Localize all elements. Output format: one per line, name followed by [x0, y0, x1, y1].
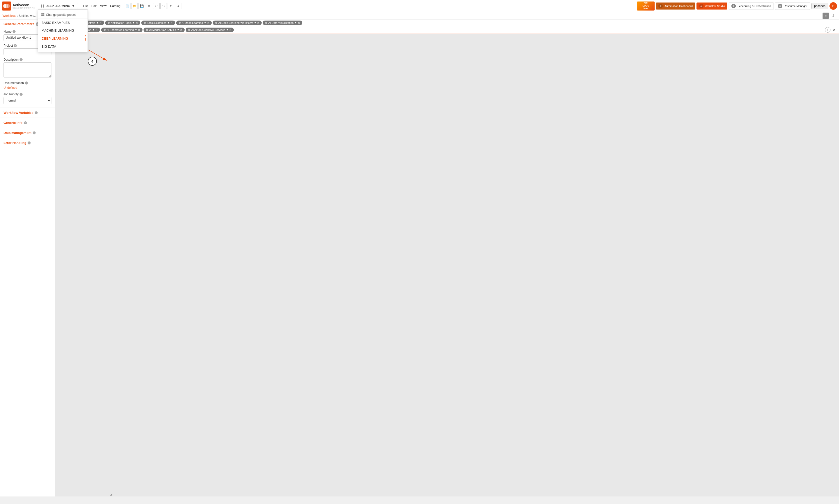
- ai-dl-wf-tab-dot: [215, 22, 217, 24]
- nav-automation-btn[interactable]: ⚙ Automation Dashboard: [656, 2, 695, 10]
- ai-model-label: Ai Model As A Service: [149, 28, 176, 31]
- tabs-add-btn[interactable]: +: [825, 27, 831, 33]
- undo-btn[interactable]: ↩: [153, 3, 160, 9]
- expand-btn[interactable]: ⇕: [830, 13, 837, 19]
- job-priority-info-icon: i: [20, 93, 22, 96]
- tab-basic-examples[interactable]: Basic Examples ▼ ✕: [141, 21, 175, 25]
- palette-item-bigdata[interactable]: BIG DATA: [38, 43, 88, 50]
- open-btn[interactable]: 📂: [131, 3, 138, 9]
- menu-edit[interactable]: Edit: [91, 4, 97, 8]
- nav-scheduling-btn[interactable]: ⊕ Scheduling & Orchestration: [729, 2, 774, 10]
- ai-azure-close[interactable]: ✕: [229, 29, 231, 31]
- list-view-btn[interactable]: ≡: [822, 13, 829, 19]
- annotation-overlay: 4: [88, 57, 97, 66]
- ai-dv-tab-arrow: ▼: [295, 21, 297, 24]
- error-handling-header[interactable]: Error Handling i: [0, 138, 55, 148]
- basic-tab-dot: [144, 22, 146, 24]
- data-management-header[interactable]: Data Management i: [0, 128, 55, 138]
- ai-dl-wf-tab-arrow: ▼: [254, 21, 257, 24]
- delete-btn[interactable]: 🗑: [146, 3, 152, 9]
- chevron-down-icon: ▼: [72, 4, 75, 8]
- annotation-circle-4: 4: [88, 57, 97, 66]
- user-name-badge[interactable]: pacheco: [811, 3, 828, 9]
- ai-fed-arrow: ▼: [135, 29, 137, 31]
- tabs-row-2: Ai Auto Ml Optimization ▼ ✕ Ai Federated…: [57, 26, 837, 33]
- basic-tab-label: Basic Examples: [147, 21, 167, 24]
- tab-ai-model-service[interactable]: Ai Model As A Service ▼ ✕: [143, 28, 185, 32]
- notification-tab-arrow: ▼: [133, 21, 135, 24]
- basic-tab-close[interactable]: ✕: [171, 21, 173, 24]
- generic-info-label: Generic Info: [3, 121, 22, 125]
- controls-tab-close[interactable]: ✕: [100, 21, 102, 24]
- download-btn[interactable]: ⬇: [175, 3, 181, 9]
- ai-fed-close[interactable]: ✕: [138, 29, 140, 31]
- menu-view[interactable]: View: [100, 4, 107, 8]
- ai-dl-tab-close[interactable]: ✕: [207, 21, 209, 24]
- canvas-area: Tasks ▼ ✕ Controls ▼ ✕ Notification Tool…: [55, 20, 839, 497]
- breadcrumb-separator: /: [17, 14, 18, 18]
- palette-item-ml[interactable]: MACHINE LEARNING: [38, 26, 88, 34]
- workflow-variables-header[interactable]: Workflow Variables i: [0, 108, 55, 118]
- generic-info-header[interactable]: Generic Info i: [0, 118, 55, 128]
- ai-model-close[interactable]: ✕: [180, 29, 182, 31]
- tab-notification-tools[interactable]: Notification Tools ▼ ✕: [105, 21, 140, 25]
- logo-icon: [2, 1, 11, 11]
- ai-model-arrow: ▼: [177, 29, 179, 31]
- generic-info-section: Generic Info i: [0, 118, 55, 128]
- nav-workflow-btn[interactable]: ◈ Workflow Studio: [697, 2, 727, 10]
- project-info-icon: i: [14, 44, 17, 47]
- palette-dropdown: Change palette preset BASIC EXAMPLES MAC…: [38, 9, 88, 52]
- menu-file[interactable]: File: [83, 4, 88, 8]
- data-management-label: Data Management: [3, 131, 31, 134]
- tabs-row: Tasks ▼ ✕ Controls ▼ ✕ Notification Tool…: [55, 20, 839, 34]
- menu-catalog[interactable]: Catalog: [110, 4, 120, 8]
- description-textarea[interactable]: [3, 62, 51, 77]
- tab-ai-data-viz[interactable]: Ai Data Visualization ▼ ✕: [263, 21, 302, 25]
- toolbar-icons: 📄 📂 💾 🗑 ↩ ↪ ⬆ ⬇: [124, 3, 181, 9]
- ai-dl-wf-tab-close[interactable]: ✕: [257, 21, 259, 24]
- upload-btn[interactable]: ⬆: [168, 3, 174, 9]
- ai-dl-tab-dot: [179, 22, 181, 24]
- error-handling-section: Error Handling i: [0, 138, 55, 148]
- new-file-btn[interactable]: 📄: [124, 3, 130, 9]
- change-palette-grid-icon: [41, 13, 45, 16]
- logo-area[interactable]: Activeeon SCALE BEYOND LIMITS: [2, 1, 35, 11]
- tab-ai-federated[interactable]: Ai Federated Learning ▼ ✕: [101, 28, 143, 32]
- generic-info-icon: i: [24, 121, 27, 124]
- documentation-link[interactable]: Undefined: [3, 86, 17, 90]
- error-handling-label: Error Handling: [3, 141, 27, 145]
- tab-ai-azure[interactable]: Ai Azure Cognitive Services ▼ ✕: [186, 28, 234, 32]
- notification-tab-close[interactable]: ✕: [136, 21, 138, 24]
- job-priority-select[interactable]: normal idle lowest low high highest: [3, 97, 51, 104]
- ai-dv-tab-close[interactable]: ✕: [298, 21, 300, 24]
- your-logo-text: YourLOGOhere: [643, 1, 649, 10]
- scheduling-label: Scheduling & Orchestration: [737, 4, 771, 7]
- documentation-field: Documentation i Undefined: [3, 81, 51, 90]
- description-label: Description i: [3, 58, 51, 61]
- svg-point-2: [7, 4, 10, 8]
- notification-tab-dot: [108, 22, 110, 24]
- breadcrumb-row: Workflows / Untitled wo... ≡ ⇕: [0, 12, 839, 20]
- ai-model-dot: [146, 29, 148, 31]
- redo-btn[interactable]: ↪: [160, 3, 167, 9]
- palette-item-dl[interactable]: DEEP LEARNING: [40, 35, 86, 42]
- documentation-label: Documentation i: [3, 81, 51, 85]
- palette-item-basic[interactable]: BASIC EXAMPLES: [38, 19, 88, 26]
- general-params-label: General Parameters: [3, 22, 34, 26]
- logo-text-area: Activeeon SCALE BEYOND LIMITS: [13, 3, 35, 9]
- palette-selector[interactable]: DEEP LEARNING ▼ Change palette preset BA…: [38, 3, 78, 9]
- grid-icon: [41, 4, 44, 7]
- sidebar: General Parameters i Name i Project i: [0, 20, 55, 497]
- palette-btn[interactable]: DEEP LEARNING ▼: [38, 3, 78, 9]
- save-btn[interactable]: 💾: [139, 3, 145, 9]
- nav-resource-btn[interactable]: ◉ Resource Manager: [775, 2, 810, 10]
- resize-handle[interactable]: ◢: [110, 492, 114, 497]
- breadcrumb-current: Untitled wo...: [19, 14, 36, 18]
- user-avatar[interactable]: P: [829, 2, 837, 10]
- tab-ai-dl-workflows[interactable]: Ai Deep Learning Workflows ▼ ✕: [213, 21, 262, 25]
- tabs-close-all-btn[interactable]: ✕: [832, 27, 837, 33]
- canvas-content: 4 ◢: [55, 34, 839, 497]
- breadcrumb-workflows-link[interactable]: Workflows: [2, 14, 16, 18]
- ai-auto-ml-close[interactable]: ✕: [95, 29, 98, 31]
- tab-ai-deep-learning[interactable]: Ai Deep Learning ▼ ✕: [176, 21, 212, 25]
